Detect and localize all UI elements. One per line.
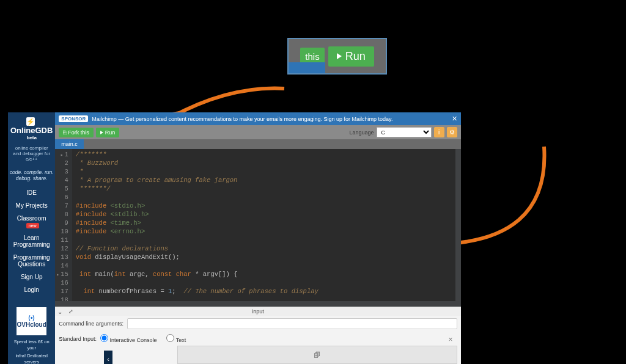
stdin-opt-interactive[interactable]: Interactive Console — [100, 334, 157, 343]
editor-tabs: main.c — [55, 139, 460, 149]
onlinegdb-app: ⚡OnlineGDB beta online compiler and debu… — [8, 112, 432, 364]
collapse-icon[interactable]: ⌄ — [57, 308, 62, 315]
ad-line1: Spend less ££ on your — [10, 339, 53, 351]
callout-run-label: Run — [345, 50, 366, 63]
logo-text: OnlineGDB — [10, 126, 53, 135]
run-button[interactable]: Run — [96, 128, 120, 137]
fork-icon: ⎘ — [63, 129, 66, 136]
logo[interactable]: ⚡OnlineGDB beta — [10, 117, 53, 144]
output-area: × 🗐 — [177, 346, 457, 364]
language-select[interactable]: C — [377, 127, 432, 137]
beta-badge: beta — [26, 135, 36, 140]
sidebar-item-ide[interactable]: IDE — [8, 186, 55, 199]
zoom-callout: this Run — [287, 38, 387, 75]
sidebar-item-my-projects[interactable]: My Projects — [8, 199, 55, 212]
language-label: Language — [350, 129, 374, 136]
args-label: Command line arguments: — [59, 321, 123, 327]
sidebar-item-signup[interactable]: Sign Up — [8, 271, 55, 283]
callout-blue-strip — [289, 62, 325, 73]
ad-brand: ⟨•⟩ OVHcloud — [17, 315, 46, 328]
scrollbar-vertical[interactable] — [455, 149, 461, 307]
output-close-icon[interactable]: × — [449, 335, 453, 344]
fork-button[interactable]: ⎘ Fork this — [59, 128, 94, 137]
main-panel: SPONSOR Mailchimp — Get personalized con… — [55, 112, 460, 364]
sidebar: ⚡OnlineGDB beta online compiler and debu… — [8, 112, 55, 364]
run-label: Run — [105, 129, 116, 136]
sidebar-item-classroom[interactable]: Classroom new — [8, 212, 55, 231]
sidebar-ad[interactable]: ⟨•⟩ OVHcloud Spend less ££ on your infra… — [8, 302, 55, 364]
io-title-bar: ⌄ ⤢ input — [55, 307, 460, 316]
args-input[interactable] — [127, 318, 457, 329]
tagline: code. compile. run. debug. share. — [8, 169, 55, 181]
tab-main-c[interactable]: main.c — [55, 139, 84, 149]
stdin-row: Standard Input: Interactive Console Text — [55, 332, 460, 346]
fork-label: Fork this — [68, 129, 89, 136]
ad-line2: infra! Dedicated servers — [10, 353, 53, 364]
copy-icon[interactable]: 🗐 — [314, 351, 320, 359]
language-picker: Language C i ⚙ — [350, 127, 457, 137]
stdin-opt-text[interactable]: Text — [166, 334, 186, 343]
scrollbar-horizontal[interactable] — [55, 301, 455, 307]
bolt-icon: ⚡ — [26, 117, 35, 126]
sponsor-tag: SPONSOR — [59, 115, 88, 122]
sidebar-item-learn[interactable]: Learn Programming — [8, 231, 55, 251]
play-icon — [337, 53, 342, 59]
code-content[interactable]: /******* * Buzzword * * A program to cre… — [72, 149, 461, 307]
sidebar-item-questions[interactable]: Programming Questions — [8, 251, 55, 271]
info-icon[interactable]: i — [434, 127, 444, 137]
code-editor[interactable]: 1234567891011121314151617181920212223 /*… — [55, 149, 460, 307]
callout-run-button[interactable]: Run — [328, 46, 374, 67]
play-icon — [100, 131, 103, 134]
sidebar-item-label: Classroom — [17, 215, 46, 222]
sidebar-item-login[interactable]: Login — [8, 283, 55, 296]
sidebar-collapse-arrow[interactable]: ‹ — [104, 351, 112, 364]
stdin-label: Standard Input: — [59, 336, 97, 342]
args-row: Command line arguments: — [55, 316, 460, 332]
line-gutter: 1234567891011121314151617181920212223 — [55, 149, 72, 307]
toolbar: ⎘ Fork this Run Language C i ⚙ — [55, 125, 460, 139]
sponsor-text[interactable]: Mailchimp — Get personalized content rec… — [92, 116, 392, 122]
io-title: input — [252, 308, 264, 315]
sidebar-header: ⚡OnlineGDB beta online compiler and debu… — [8, 112, 55, 166]
ad-card[interactable]: ⟨•⟩ OVHcloud — [17, 307, 46, 335]
gear-icon[interactable]: ⚙ — [447, 127, 457, 137]
new-badge: new — [26, 223, 39, 228]
sponsor-bar: SPONSOR Mailchimp — Get personalized con… — [55, 112, 460, 125]
io-panel: ⌄ ⤢ input Command line arguments: Standa… — [55, 307, 460, 364]
expand-icon[interactable]: ⤢ — [68, 308, 73, 315]
logo-subtitle: online compiler and debugger for c/c++ — [10, 145, 53, 162]
close-icon[interactable]: ✕ — [452, 115, 457, 123]
